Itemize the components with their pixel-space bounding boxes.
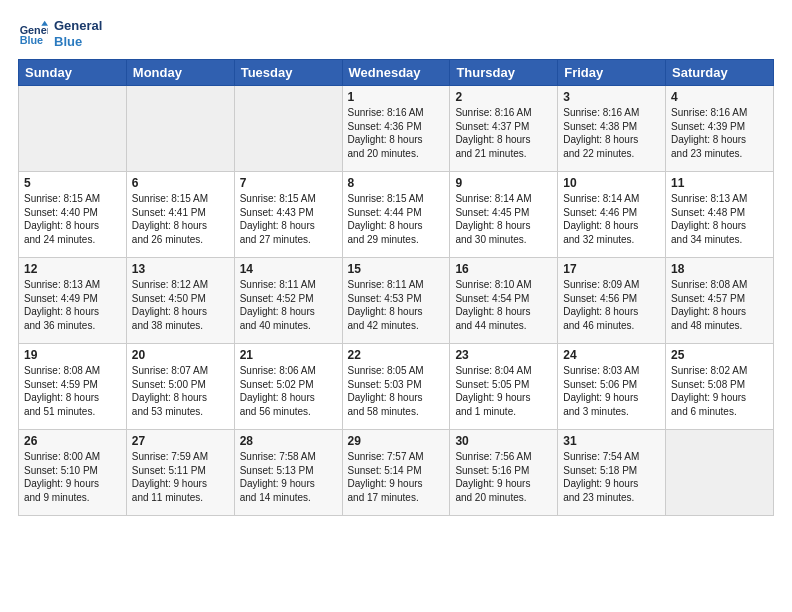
day-info: Sunrise: 8:11 AMSunset: 4:52 PMDaylight:… [240, 278, 337, 332]
week-row-1: 1Sunrise: 8:16 AMSunset: 4:36 PMDaylight… [19, 86, 774, 172]
day-info: Sunrise: 8:15 AMSunset: 4:40 PMDaylight:… [24, 192, 121, 246]
day-number: 21 [240, 348, 337, 362]
day-number: 20 [132, 348, 229, 362]
day-number: 12 [24, 262, 121, 276]
day-number: 2 [455, 90, 552, 104]
day-info: Sunrise: 8:11 AMSunset: 4:53 PMDaylight:… [348, 278, 445, 332]
weekday-header-saturday: Saturday [666, 60, 774, 86]
day-info: Sunrise: 8:02 AMSunset: 5:08 PMDaylight:… [671, 364, 768, 418]
calendar-cell: 1Sunrise: 8:16 AMSunset: 4:36 PMDaylight… [342, 86, 450, 172]
day-number: 13 [132, 262, 229, 276]
calendar-cell: 17Sunrise: 8:09 AMSunset: 4:56 PMDayligh… [558, 258, 666, 344]
week-row-4: 19Sunrise: 8:08 AMSunset: 4:59 PMDayligh… [19, 344, 774, 430]
calendar-cell: 6Sunrise: 8:15 AMSunset: 4:41 PMDaylight… [126, 172, 234, 258]
calendar-cell: 22Sunrise: 8:05 AMSunset: 5:03 PMDayligh… [342, 344, 450, 430]
calendar-cell: 31Sunrise: 7:54 AMSunset: 5:18 PMDayligh… [558, 430, 666, 516]
day-number: 18 [671, 262, 768, 276]
day-number: 23 [455, 348, 552, 362]
day-info: Sunrise: 8:15 AMSunset: 4:44 PMDaylight:… [348, 192, 445, 246]
day-info: Sunrise: 8:16 AMSunset: 4:36 PMDaylight:… [348, 106, 445, 160]
day-number: 5 [24, 176, 121, 190]
day-number: 3 [563, 90, 660, 104]
day-number: 6 [132, 176, 229, 190]
day-info: Sunrise: 7:54 AMSunset: 5:18 PMDaylight:… [563, 450, 660, 504]
day-number: 25 [671, 348, 768, 362]
day-info: Sunrise: 8:15 AMSunset: 4:43 PMDaylight:… [240, 192, 337, 246]
calendar-cell: 2Sunrise: 8:16 AMSunset: 4:37 PMDaylight… [450, 86, 558, 172]
weekday-header-thursday: Thursday [450, 60, 558, 86]
week-row-3: 12Sunrise: 8:13 AMSunset: 4:49 PMDayligh… [19, 258, 774, 344]
calendar-cell [666, 430, 774, 516]
calendar-cell: 10Sunrise: 8:14 AMSunset: 4:46 PMDayligh… [558, 172, 666, 258]
calendar-cell: 23Sunrise: 8:04 AMSunset: 5:05 PMDayligh… [450, 344, 558, 430]
calendar-table: SundayMondayTuesdayWednesdayThursdayFrid… [18, 59, 774, 516]
day-number: 27 [132, 434, 229, 448]
calendar-cell: 30Sunrise: 7:56 AMSunset: 5:16 PMDayligh… [450, 430, 558, 516]
weekday-header-monday: Monday [126, 60, 234, 86]
week-row-2: 5Sunrise: 8:15 AMSunset: 4:40 PMDaylight… [19, 172, 774, 258]
calendar-cell: 24Sunrise: 8:03 AMSunset: 5:06 PMDayligh… [558, 344, 666, 430]
day-number: 30 [455, 434, 552, 448]
calendar-cell: 12Sunrise: 8:13 AMSunset: 4:49 PMDayligh… [19, 258, 127, 344]
day-info: Sunrise: 7:58 AMSunset: 5:13 PMDaylight:… [240, 450, 337, 504]
day-info: Sunrise: 8:12 AMSunset: 4:50 PMDaylight:… [132, 278, 229, 332]
day-number: 9 [455, 176, 552, 190]
weekday-header-row: SundayMondayTuesdayWednesdayThursdayFrid… [19, 60, 774, 86]
calendar-body: 1Sunrise: 8:16 AMSunset: 4:36 PMDaylight… [19, 86, 774, 516]
calendar-cell: 14Sunrise: 8:11 AMSunset: 4:52 PMDayligh… [234, 258, 342, 344]
day-number: 17 [563, 262, 660, 276]
calendar-cell: 15Sunrise: 8:11 AMSunset: 4:53 PMDayligh… [342, 258, 450, 344]
calendar-cell [234, 86, 342, 172]
day-number: 11 [671, 176, 768, 190]
day-info: Sunrise: 8:07 AMSunset: 5:00 PMDaylight:… [132, 364, 229, 418]
calendar-cell: 7Sunrise: 8:15 AMSunset: 4:43 PMDaylight… [234, 172, 342, 258]
day-info: Sunrise: 8:05 AMSunset: 5:03 PMDaylight:… [348, 364, 445, 418]
calendar-cell: 5Sunrise: 8:15 AMSunset: 4:40 PMDaylight… [19, 172, 127, 258]
calendar-cell [126, 86, 234, 172]
day-info: Sunrise: 8:15 AMSunset: 4:41 PMDaylight:… [132, 192, 229, 246]
calendar-cell: 21Sunrise: 8:06 AMSunset: 5:02 PMDayligh… [234, 344, 342, 430]
logo-icon: General Blue [18, 19, 48, 49]
day-info: Sunrise: 8:09 AMSunset: 4:56 PMDaylight:… [563, 278, 660, 332]
calendar-cell: 8Sunrise: 8:15 AMSunset: 4:44 PMDaylight… [342, 172, 450, 258]
day-number: 15 [348, 262, 445, 276]
day-info: Sunrise: 8:14 AMSunset: 4:45 PMDaylight:… [455, 192, 552, 246]
day-number: 1 [348, 90, 445, 104]
day-info: Sunrise: 8:16 AMSunset: 4:37 PMDaylight:… [455, 106, 552, 160]
calendar-cell: 29Sunrise: 7:57 AMSunset: 5:14 PMDayligh… [342, 430, 450, 516]
day-number: 29 [348, 434, 445, 448]
weekday-header-tuesday: Tuesday [234, 60, 342, 86]
logo: General Blue General Blue [18, 18, 102, 49]
calendar-cell: 25Sunrise: 8:02 AMSunset: 5:08 PMDayligh… [666, 344, 774, 430]
day-info: Sunrise: 8:13 AMSunset: 4:49 PMDaylight:… [24, 278, 121, 332]
day-number: 19 [24, 348, 121, 362]
day-info: Sunrise: 7:57 AMSunset: 5:14 PMDaylight:… [348, 450, 445, 504]
day-number: 4 [671, 90, 768, 104]
weekday-header-friday: Friday [558, 60, 666, 86]
day-info: Sunrise: 8:03 AMSunset: 5:06 PMDaylight:… [563, 364, 660, 418]
day-number: 26 [24, 434, 121, 448]
svg-marker-2 [41, 20, 48, 25]
day-number: 10 [563, 176, 660, 190]
day-number: 24 [563, 348, 660, 362]
day-number: 14 [240, 262, 337, 276]
day-info: Sunrise: 8:08 AMSunset: 4:57 PMDaylight:… [671, 278, 768, 332]
calendar-cell: 28Sunrise: 7:58 AMSunset: 5:13 PMDayligh… [234, 430, 342, 516]
svg-text:Blue: Blue [20, 34, 43, 46]
calendar-cell: 16Sunrise: 8:10 AMSunset: 4:54 PMDayligh… [450, 258, 558, 344]
calendar-cell: 9Sunrise: 8:14 AMSunset: 4:45 PMDaylight… [450, 172, 558, 258]
logo-blue: Blue [54, 34, 102, 50]
day-info: Sunrise: 8:00 AMSunset: 5:10 PMDaylight:… [24, 450, 121, 504]
weekday-header-sunday: Sunday [19, 60, 127, 86]
day-info: Sunrise: 8:04 AMSunset: 5:05 PMDaylight:… [455, 364, 552, 418]
weekday-header-wednesday: Wednesday [342, 60, 450, 86]
day-info: Sunrise: 7:56 AMSunset: 5:16 PMDaylight:… [455, 450, 552, 504]
day-info: Sunrise: 7:59 AMSunset: 5:11 PMDaylight:… [132, 450, 229, 504]
day-info: Sunrise: 8:13 AMSunset: 4:48 PMDaylight:… [671, 192, 768, 246]
calendar-cell: 3Sunrise: 8:16 AMSunset: 4:38 PMDaylight… [558, 86, 666, 172]
day-number: 22 [348, 348, 445, 362]
page-header: General Blue General Blue [18, 18, 774, 49]
logo-general: General [54, 18, 102, 34]
day-info: Sunrise: 8:10 AMSunset: 4:54 PMDaylight:… [455, 278, 552, 332]
week-row-5: 26Sunrise: 8:00 AMSunset: 5:10 PMDayligh… [19, 430, 774, 516]
